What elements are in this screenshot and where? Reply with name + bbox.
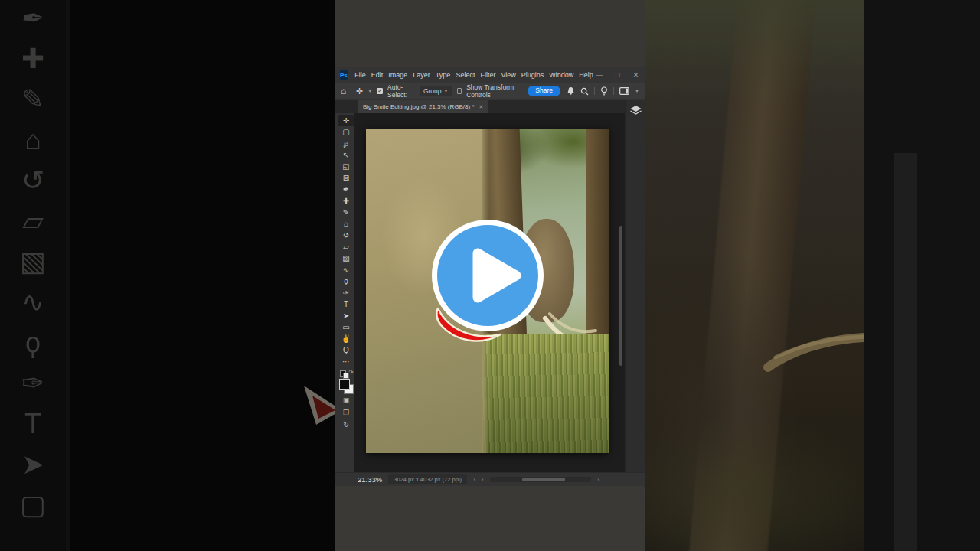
options-bar-icons: ▼ [567, 86, 639, 96]
background-tool-icon: ∿ [21, 289, 44, 316]
horizontal-scrollbar-thumb[interactable] [522, 478, 565, 481]
tool-clone-stamp[interactable]: ⌂ [338, 218, 354, 230]
default-colors-control[interactable]: ↷ [339, 370, 353, 377]
window-controls: —□✕ [596, 67, 645, 83]
zoom-level-field[interactable]: 21.33% [358, 475, 382, 484]
menu-item[interactable]: View [498, 67, 518, 83]
bottom-tools-list: ▣❐↻ [338, 393, 354, 430]
horizontal-scrollbar[interactable] [490, 477, 591, 482]
tool-rectangular-marquee[interactable]: ▢ [338, 126, 354, 138]
divider [613, 87, 614, 95]
close-button[interactable]: ✕ [633, 67, 639, 83]
status-chevron-right-icon[interactable]: › [473, 476, 475, 484]
background-left-strip: ✒✚✎⌂↺▱▧∿ϙ✑T➤▢ [0, 0, 335, 551]
menu-item[interactable]: Edit [368, 67, 386, 83]
tool-gradient[interactable]: ▧ [338, 253, 354, 264]
swap-colors-icon[interactable]: ↷ [348, 369, 354, 376]
search-icon[interactable] [580, 87, 589, 96]
menu-item[interactable]: Filter [478, 67, 498, 83]
menu-item[interactable]: File [352, 67, 369, 83]
tool-screen-mode[interactable]: ❐ [338, 408, 354, 418]
background-panel-strip [894, 153, 917, 551]
tool-eyedropper[interactable]: ✒ [338, 184, 354, 195]
background-tool-icon: T [24, 410, 41, 438]
title-bar: Ps FileEditImageLayerTypeSelectFilterVie… [335, 67, 645, 83]
chevron-down-icon[interactable]: ▼ [368, 89, 372, 93]
background-tool-icon: ▧ [20, 248, 46, 276]
divider [351, 87, 351, 95]
tool-path-selection[interactable]: ➤ [338, 310, 354, 321]
tool-dodge[interactable]: ϙ [338, 276, 354, 287]
show-transform-checkbox[interactable] [457, 88, 462, 94]
tool-hand[interactable]: ✌ [338, 333, 354, 344]
auto-select-target-value: Group [423, 87, 442, 95]
tool-eraser[interactable]: ▱ [338, 241, 354, 253]
background-tool-icon: ✎ [21, 86, 44, 113]
maximize-button[interactable]: □ [616, 67, 619, 83]
document-tab[interactable]: Big Smile Editing.jpg @ 21.3% (RGB/8) * … [358, 100, 488, 113]
tool-edit-toolbar[interactable]: ⋯ [338, 356, 354, 367]
status-bar: 21.33% 3024 px x 4032 px (72 ppi) › ‹ › [335, 472, 645, 486]
color-swatches[interactable] [338, 379, 354, 393]
workspace-layout-icon[interactable] [619, 87, 629, 95]
document-tab-title: Big Smile Editing.jpg @ 21.3% (RGB/8) * [363, 103, 475, 110]
minimize-button[interactable]: — [596, 67, 603, 83]
tools-panel: ✛▢℘↖◱⊠✒✚✎⌂↺▱▧∿ϙ✑T➤▭✌Q⋯ ↷ ▣❐↻ [338, 113, 354, 472]
background-tool-icon: ✑ [21, 370, 44, 397]
menu-item[interactable]: Select [453, 67, 478, 83]
background-tool-icon: ⌂ [24, 126, 41, 154]
scroll-right-icon[interactable]: › [597, 476, 599, 484]
video-top-letterbox [335, 0, 645, 67]
tool-history-brush[interactable]: ↺ [338, 230, 354, 241]
menu-item[interactable]: Layer [410, 67, 433, 83]
close-tab-icon[interactable]: ✕ [479, 104, 484, 110]
grass-shading [481, 334, 609, 453]
tool-type[interactable]: T [338, 298, 354, 310]
chevron-down-icon[interactable]: ▼ [635, 89, 639, 93]
tool-quick-mask[interactable]: ▣ [338, 396, 354, 406]
tool-lasso[interactable]: ℘ [338, 138, 354, 149]
play-button[interactable] [432, 220, 544, 331]
background-tool-icon: ↺ [21, 167, 44, 194]
tool-crop[interactable]: ◱ [338, 161, 354, 172]
video-bottom-letterbox [335, 486, 645, 551]
tool-pen[interactable]: ✑ [338, 287, 354, 298]
auto-select-target-dropdown[interactable]: Group ▼ [420, 86, 452, 96]
scroll-left-icon[interactable]: ‹ [482, 476, 484, 484]
tool-rotate-view[interactable]: ↻ [338, 420, 354, 430]
menu-item[interactable]: Window [547, 67, 577, 83]
menu-item[interactable]: Plugins [518, 67, 547, 83]
photoshop-logo-icon: Ps [340, 70, 348, 80]
menu-bar: FileEditImageLayerTypeSelectFilterViewPl… [352, 67, 596, 83]
menu-item[interactable]: Image [386, 67, 410, 83]
background-toolbar-column: ✒✚✎⌂↺▱▧∿ϙ✑T➤▢ [0, 0, 66, 551]
tool-object-selection[interactable]: ↖ [338, 149, 354, 161]
auto-select-checkbox[interactable]: ✓ [377, 88, 383, 94]
tool-zoom[interactable]: Q [338, 344, 354, 356]
options-bar: ⌂ ✛ ▼ ✓ Auto-Select: Group ▼ Show Transf… [335, 83, 645, 99]
tools-list: ✛▢℘↖◱⊠✒✚✎⌂↺▱▧∿ϙ✑T➤▭✌Q⋯ [338, 115, 354, 367]
menu-item[interactable]: Type [433, 67, 453, 83]
background-tool-icon: ▱ [22, 207, 44, 235]
divider [594, 87, 595, 95]
auto-select-label: Auto-Select: [387, 83, 415, 99]
show-transform-label: Show Transform Controls [466, 83, 523, 99]
discover-lightbulb-icon[interactable] [600, 86, 608, 96]
menu-item[interactable]: Help [577, 67, 596, 83]
background-tool-icon: ✒ [21, 5, 44, 32]
share-button[interactable]: Share [528, 86, 560, 96]
tool-spot-healing[interactable]: ✚ [338, 195, 354, 207]
layers-panel-icon[interactable] [629, 105, 642, 116]
screenshot-stage: ✒✚✎⌂↺▱▧∿ϙ✑T➤▢ Ps FileEditImageLayerTypeS… [0, 0, 980, 551]
tool-frame[interactable]: ⊠ [338, 172, 354, 184]
tool-smudge[interactable]: ∿ [338, 264, 354, 276]
home-icon[interactable]: ⌂ [341, 86, 346, 96]
vertical-scrollbar[interactable] [619, 226, 622, 366]
foreground-color-swatch[interactable] [339, 379, 350, 390]
move-tool-icon[interactable]: ✛ [356, 87, 363, 96]
tool-rectangle[interactable]: ▭ [338, 321, 354, 333]
panel-dock [625, 100, 645, 472]
tool-move[interactable]: ✛ [338, 115, 354, 126]
tool-brush[interactable]: ✎ [338, 207, 354, 218]
notifications-bell-icon[interactable] [567, 86, 575, 96]
